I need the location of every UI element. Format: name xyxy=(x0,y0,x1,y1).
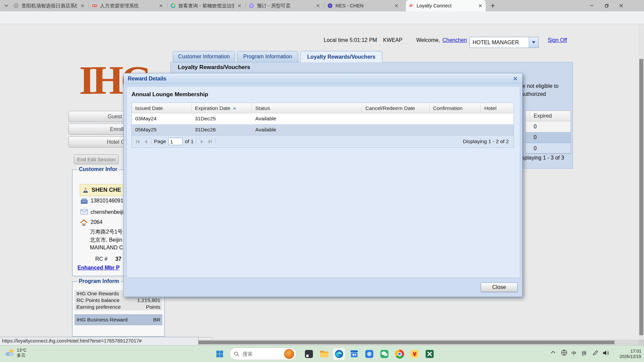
chrome-icon[interactable] xyxy=(393,348,406,360)
business-reward-row: IHG Business RewardBR xyxy=(74,314,162,325)
microsoft-store-icon[interactable] xyxy=(348,348,361,360)
pen-icon[interactable] xyxy=(592,350,598,356)
previous-page-icon[interactable] xyxy=(143,138,149,144)
reward-row[interactable]: 03May24 31Dec25 Available xyxy=(132,113,514,124)
wechat-icon[interactable] xyxy=(378,348,391,360)
tab-title: 旅客查询 - 紫楠旅馆业治安信息管 xyxy=(178,3,234,9)
end-edit-session-button[interactable]: End Edit Session xyxy=(74,155,119,164)
window-close-button[interactable] xyxy=(614,0,629,11)
search-highlight-image[interactable] xyxy=(284,349,294,359)
column-cancel-redeem-date[interactable]: Cancel/Redeem Date xyxy=(362,103,430,113)
phone-icon xyxy=(80,198,88,204)
column-hotel[interactable]: Hotel xyxy=(481,103,514,113)
next-page-icon[interactable] xyxy=(199,138,205,144)
column-status[interactable]: Status xyxy=(252,103,362,113)
network-icon[interactable] xyxy=(561,349,568,356)
summary-row[interactable]: 0 xyxy=(526,132,571,143)
search-icon xyxy=(234,351,239,357)
chevron-down-icon[interactable] xyxy=(529,37,538,48)
tab-title: Loyalty Connect xyxy=(417,3,475,8)
taskbar-app-blue[interactable] xyxy=(363,348,376,360)
page-number-input[interactable] xyxy=(168,138,182,145)
column-confirmation[interactable]: Confirmation xyxy=(430,103,481,113)
window-maximize-button[interactable] xyxy=(599,0,614,11)
browser-tab[interactable]: 旅客查询 - 紫楠旅馆业治安信息管 xyxy=(168,0,245,11)
vouchers-summary-grid: Expired 0 0 0 xyxy=(525,111,571,154)
reward-row[interactable]: 05May25 31Dec26 Available xyxy=(132,124,514,135)
browser-tab[interactable]: 贵阳机场智选假日酒店系统网址导 xyxy=(11,0,88,11)
vertical-scrollbar-thumb[interactable] xyxy=(639,59,643,335)
displaying-text-fragment: isplaying 1 - 3 of 3 xyxy=(521,155,564,161)
web-page: Local time 5:01:12 PM KWEAP Welcome, Che… xyxy=(0,24,644,345)
first-page-icon[interactable] xyxy=(135,138,141,144)
clock-time: 17:01 xyxy=(630,349,641,354)
vertical-scrollbar[interactable] xyxy=(639,24,644,340)
tab-close-icon[interactable] xyxy=(158,3,164,8)
tab-close-icon[interactable] xyxy=(80,3,85,8)
tab-title: 贵阳机场智选假日酒店系统网址导 xyxy=(21,3,77,9)
modal-close-icon[interactable] xyxy=(512,76,518,82)
browser-tab-active[interactable]: Loyalty Connect xyxy=(406,0,486,11)
browser-tab[interactable]: 人力资源管理系统 xyxy=(89,0,166,11)
tab-divider xyxy=(89,3,89,9)
column-issued-date[interactable]: Issued Date xyxy=(132,103,192,113)
tab-close-icon[interactable] xyxy=(315,3,321,8)
taskbar-clock[interactable]: 17:01 2025/12/15 xyxy=(614,349,641,359)
tab-title: 人力资源管理系统 xyxy=(100,3,156,9)
tab-close-icon[interactable] xyxy=(478,3,483,8)
cloud-icon xyxy=(4,348,15,357)
sign-off-link[interactable]: Sign Off xyxy=(548,37,567,43)
status-link-tooltip: https://loyaltyconnect.ihg.com/Hotel.htm… xyxy=(0,337,199,345)
tab-program-information[interactable]: Program Information xyxy=(237,51,298,62)
summary-row[interactable]: 0 xyxy=(526,121,571,132)
browser-tab[interactable]: RES - CHEN xyxy=(325,0,402,11)
purple-favicon-icon xyxy=(249,3,254,8)
weather-widget[interactable]: 13°C多云 xyxy=(4,348,26,358)
panel-title: Loyalty Rewards/Vouchers xyxy=(178,64,250,71)
grid-header: Issued Date Expiration Date Status Cance… xyxy=(132,103,514,113)
rewards-grid: Issued Date Expiration Date Status Cance… xyxy=(131,103,514,148)
customer-address-number: 2064 xyxy=(91,219,103,225)
tab-customer-information[interactable]: Customer Information xyxy=(173,51,235,62)
edge-browser-icon[interactable] xyxy=(333,348,345,360)
ihg-favicon-icon xyxy=(409,3,414,8)
speaker-icon[interactable] xyxy=(602,350,609,356)
tab-close-icon[interactable] xyxy=(237,3,242,8)
weather-desc: 多云 xyxy=(17,353,25,358)
shiji-favicon-icon xyxy=(92,3,97,8)
taskbar-app-dark[interactable] xyxy=(303,348,315,360)
tray-chevron-up-icon[interactable] xyxy=(551,351,555,354)
taskbar-search[interactable] xyxy=(229,348,297,360)
mail-icon xyxy=(80,209,88,215)
search-input[interactable] xyxy=(242,351,281,357)
ime-language-indicator[interactable]: 中 xyxy=(572,350,577,357)
start-button[interactable] xyxy=(213,348,226,360)
finance-yuan-icon[interactable]: ¥ xyxy=(408,348,421,360)
scrollbar-corner xyxy=(639,340,644,345)
teal-ring-favicon-icon xyxy=(170,3,176,8)
window-minimize-button[interactable] xyxy=(584,0,599,11)
eligibility-text-fragment: re not eligible to xyxy=(521,83,558,89)
program-row: Earning preferencePoints xyxy=(74,304,162,310)
last-page-icon[interactable] xyxy=(207,138,213,144)
page-label: Page xyxy=(154,138,166,144)
excel-icon[interactable] xyxy=(423,348,436,360)
role-select[interactable]: HOTEL MANAGER xyxy=(470,37,539,48)
summary-row[interactable]: 0 xyxy=(526,143,571,154)
program-row: RC Points balance1,215,801 xyxy=(74,297,162,304)
new-tab-icon[interactable] xyxy=(489,2,496,9)
ime-mode-indicator[interactable]: 拼 xyxy=(582,350,587,357)
browser-tab[interactable]: 预订 - 房型可卖 xyxy=(246,0,323,11)
file-explorer-icon[interactable] xyxy=(318,348,330,360)
reward-section-title: Annual Lounge Membership xyxy=(131,91,208,98)
expired-column-header[interactable]: Expired xyxy=(530,111,571,121)
tab-search-chevron-icon[interactable] xyxy=(3,2,10,9)
username-link[interactable]: Chenchen xyxy=(442,37,467,43)
enhanced-member-profile-link[interactable]: Enhanced Mbr P xyxy=(77,265,119,271)
tab-close-icon[interactable] xyxy=(394,3,399,8)
tab-loyalty-rewards[interactable]: Loyalty Rewards/Vouchers xyxy=(300,51,382,62)
tab-divider xyxy=(324,3,324,9)
column-expiration-date[interactable]: Expiration Date xyxy=(192,103,252,113)
modal-close-button[interactable]: Close xyxy=(481,283,518,292)
customer-email: chenshenbeiji xyxy=(91,209,123,215)
